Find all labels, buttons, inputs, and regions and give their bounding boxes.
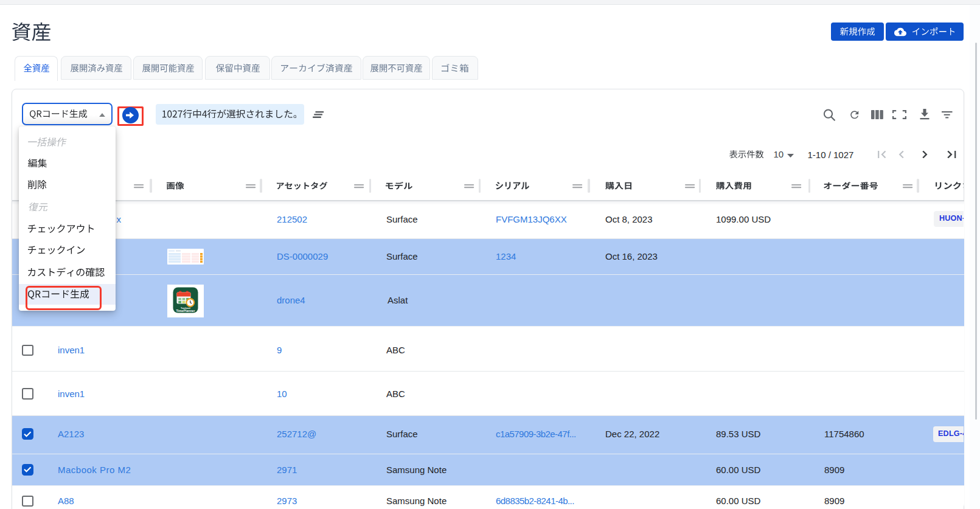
svg-text:TimePlanner: TimePlanner — [176, 308, 195, 312]
